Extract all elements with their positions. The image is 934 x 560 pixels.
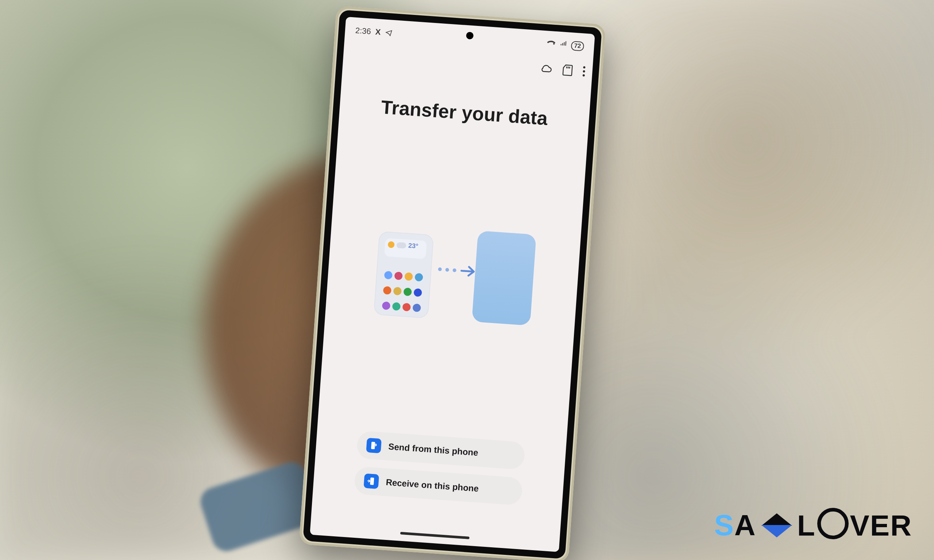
send-button-label: Send from this phone	[388, 442, 479, 458]
phone-bezel: 2:36 X 72	[303, 10, 602, 559]
svg-rect-1	[370, 478, 374, 485]
photo-scene: SA LOVER 2:36 X	[0, 0, 934, 560]
transfer-illustration: 23°	[370, 223, 536, 329]
battery-indicator: 72	[571, 41, 584, 51]
illustration-app-dot	[415, 273, 423, 282]
app-bar	[539, 62, 586, 77]
signal-icon	[559, 40, 568, 50]
illustration-app-dot	[404, 288, 412, 296]
cloud-icon[interactable]	[539, 63, 553, 74]
wifi-calling-icon	[546, 39, 556, 49]
illustration-app-dot	[395, 272, 403, 280]
send-icon	[366, 438, 382, 454]
x-app-icon: X	[375, 27, 381, 37]
battery-percent: 72	[574, 42, 581, 50]
illustration-app-dot	[392, 302, 401, 311]
transfer-arrow-icon	[438, 263, 477, 278]
brand-text-sa: SA	[714, 509, 756, 542]
illustration-app-dot	[404, 272, 413, 281]
illustration-app-dot	[413, 304, 421, 312]
gesture-nav-bar[interactable]	[400, 532, 470, 539]
receive-button-label: Receive on this phone	[385, 477, 479, 494]
phone-screen: 2:36 X 72	[310, 17, 595, 552]
illustration-app-dot	[384, 271, 393, 279]
illustration-app-dot	[393, 287, 402, 295]
svg-rect-0	[371, 442, 375, 449]
more-icon[interactable]	[583, 66, 586, 77]
illustration-source-phone: 23°	[374, 231, 434, 318]
samlover-logo: SA LVER	[714, 508, 912, 543]
illustration-app-dot	[402, 303, 411, 311]
page-title: Transfer your data	[339, 93, 590, 132]
brand-logo-icon	[761, 513, 792, 537]
action-buttons: Send from this phone Receive on this pho…	[353, 431, 526, 506]
illustration-app-dot	[382, 302, 390, 310]
status-bar: 2:36 X 72	[344, 21, 595, 56]
illustration-app-dot	[383, 286, 391, 295]
receive-icon	[364, 473, 379, 489]
brand-text-lover: LVER	[797, 508, 912, 543]
status-time: 2:36	[355, 26, 371, 37]
send-from-this-phone-button[interactable]: Send from this phone	[356, 431, 526, 470]
phone-frame: 2:36 X 72	[299, 6, 606, 560]
sd-card-icon[interactable]	[562, 64, 573, 77]
illustration-temperature: 23°	[408, 242, 418, 250]
telegram-icon	[385, 29, 393, 37]
illustration-app-dot	[413, 288, 422, 297]
illustration-destination-phone	[472, 231, 536, 326]
receive-on-this-phone-button[interactable]: Receive on this phone	[353, 466, 523, 506]
